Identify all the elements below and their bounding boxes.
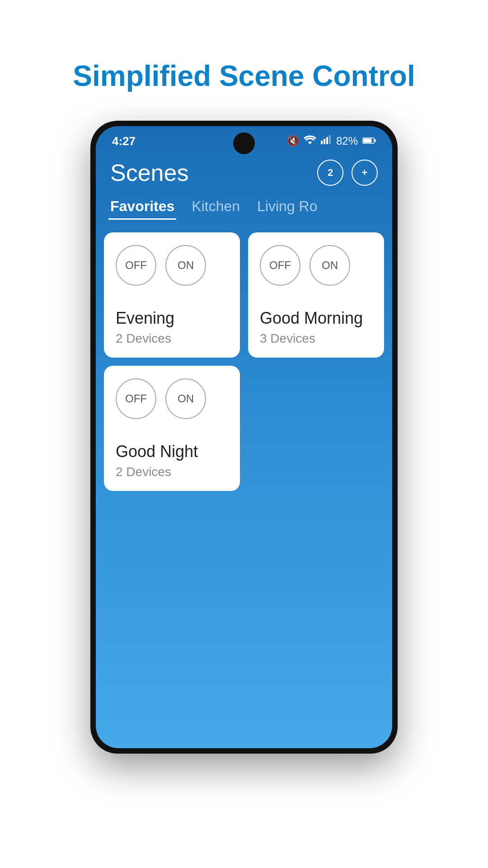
scene-card-good-morning[interactable]: OFF ON Good Morning 3 Devices [248, 232, 384, 358]
good-night-name: Good Night [116, 442, 228, 461]
camera-notch [233, 132, 255, 154]
card-buttons-evening: OFF ON [116, 245, 228, 286]
svg-rect-3 [329, 135, 331, 144]
status-time: 4:27 [112, 134, 136, 148]
card-buttons-good-morning: OFF ON [260, 245, 372, 286]
evening-name: Evening [116, 308, 228, 328]
battery-text: 82% [336, 135, 358, 147]
good-night-off-button[interactable]: OFF [116, 378, 156, 419]
badge-button[interactable]: 2 [317, 160, 343, 186]
tab-favorites[interactable]: Favorites [108, 194, 176, 220]
svg-rect-1 [324, 139, 325, 144]
header-icons: 2 + [317, 160, 378, 186]
app-title: Scenes [110, 159, 188, 186]
status-icons: 🔇 82% [287, 135, 376, 147]
app-header: Scenes 2 + [96, 153, 392, 194]
svg-rect-5 [363, 139, 372, 143]
good-morning-devices: 3 Devices [260, 331, 372, 346]
good-night-on-button[interactable]: ON [165, 378, 206, 419]
svg-rect-0 [321, 141, 323, 144]
mute-icon: 🔇 [287, 135, 299, 147]
badge-number: 2 [328, 167, 333, 179]
evening-devices: 2 Devices [116, 331, 228, 346]
bottom-space [96, 495, 392, 748]
status-bar: 4:27 🔇 [96, 126, 392, 153]
good-morning-name: Good Morning [260, 308, 372, 328]
add-icon: + [362, 167, 368, 179]
phone-wrapper: 4:27 🔇 [90, 121, 398, 754]
signal-icon [321, 135, 332, 147]
tab-living-room[interactable]: Living Ro [255, 194, 319, 220]
card-buttons-good-night: OFF ON [116, 378, 228, 419]
svg-rect-6 [375, 139, 376, 142]
battery-icon [362, 135, 376, 147]
scene-card-good-night[interactable]: OFF ON Good Night 2 Devices [104, 366, 240, 491]
phone-screen: 4:27 🔇 [96, 126, 392, 748]
page-title: Simplified Scene Control [46, 59, 442, 94]
add-button[interactable]: + [352, 160, 378, 186]
good-morning-off-button[interactable]: OFF [260, 245, 300, 286]
tab-kitchen[interactable]: Kitchen [190, 194, 242, 220]
wifi-icon [304, 135, 316, 147]
tabs-bar: Favorites Kitchen Living Ro [96, 194, 392, 220]
good-morning-on-button[interactable]: ON [310, 245, 350, 286]
evening-off-button[interactable]: OFF [116, 245, 156, 286]
good-night-devices: 2 Devices [116, 465, 228, 479]
svg-rect-2 [326, 137, 328, 144]
scene-card-evening[interactable]: OFF ON Evening 2 Devices [104, 232, 240, 358]
evening-on-button[interactable]: ON [165, 245, 206, 286]
scene-grid: OFF ON Evening 2 Devices OFF ON [96, 228, 392, 495]
